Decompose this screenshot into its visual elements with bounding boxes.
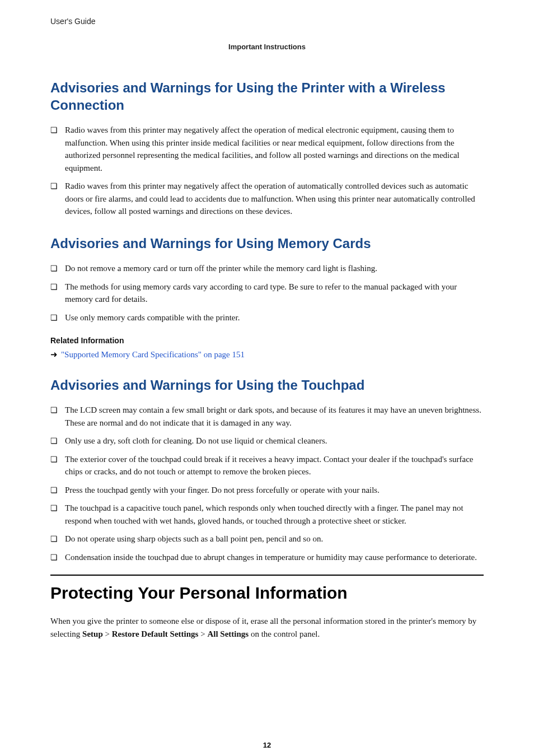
- list-item: The exterior cover of the touchpad could…: [50, 453, 484, 478]
- text-fragment: >: [198, 629, 207, 638]
- header-guide: User's Guide: [50, 17, 484, 26]
- header-instructions: Important Instructions: [50, 43, 484, 51]
- list-item: The LCD screen may contain a few small b…: [50, 404, 484, 429]
- list-item: Radio waves from this printer may negati…: [50, 124, 484, 174]
- text-fragment: >: [103, 629, 112, 638]
- bold-setup: Setup: [82, 629, 103, 638]
- protecting-paragraph: When you give the printer to someone els…: [50, 615, 484, 640]
- list-item: Press the touchpad gently with your fing…: [50, 484, 484, 497]
- list-item: Condensation inside the touchpad due to …: [50, 551, 484, 564]
- related-information-heading: Related Information: [50, 336, 484, 345]
- list-item: Radio waves from this printer may negati…: [50, 180, 484, 218]
- bold-restore: Restore Default Settings: [112, 629, 199, 638]
- touchpad-bullets: The LCD screen may contain a few small b…: [50, 404, 484, 563]
- list-item: Do not remove a memory card or turn off …: [50, 262, 484, 275]
- list-item: The methods for using memory cards vary …: [50, 281, 484, 306]
- list-item: Only use a dry, soft cloth for cleaning.…: [50, 435, 484, 447]
- list-item: The touchpad is a capacitive touch panel…: [50, 502, 484, 527]
- heading-protecting: Protecting Your Personal Information: [50, 575, 484, 603]
- text-fragment: on the control panel.: [249, 629, 320, 638]
- wireless-bullets: Radio waves from this printer may negati…: [50, 124, 484, 218]
- heading-wireless: Advisories and Warnings for Using the Pr…: [50, 79, 484, 114]
- related-link-row: ➜ "Supported Memory Card Specifications"…: [50, 349, 484, 360]
- list-item: Use only memory cards compatible with th…: [50, 311, 484, 324]
- bold-all-settings: All Settings: [207, 629, 249, 638]
- arrow-right-icon: ➜: [50, 349, 58, 360]
- list-item: Do not operate using sharp objects such …: [50, 533, 484, 545]
- related-link[interactable]: "Supported Memory Card Specifications" o…: [61, 350, 245, 360]
- memory-bullets: Do not remove a memory card or turn off …: [50, 262, 484, 324]
- page-number: 12: [50, 741, 484, 749]
- heading-touchpad: Advisories and Warnings for Using the To…: [50, 376, 484, 394]
- heading-memory: Advisories and Warnings for Using Memory…: [50, 235, 484, 252]
